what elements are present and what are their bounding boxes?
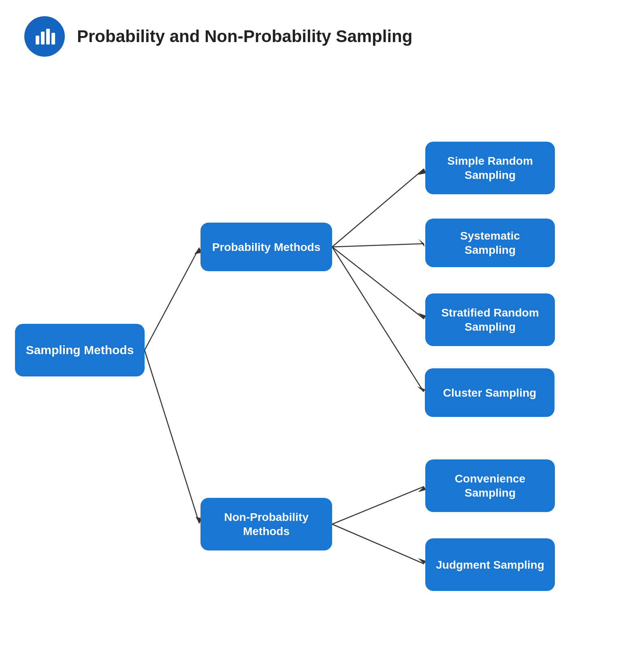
svg-marker-19	[418, 558, 426, 564]
svg-line-14	[332, 247, 424, 392]
svg-marker-11	[418, 239, 424, 247]
non-probability-methods-node: Non-Probability Methods	[200, 498, 332, 550]
logo-icon	[24, 16, 65, 57]
stratified-random-sampling-node: Stratified Random Sampling	[425, 293, 555, 346]
svg-line-8	[332, 169, 424, 247]
svg-marker-13	[418, 313, 426, 319]
page-title: Probability and Non-Probability Sampling	[77, 27, 412, 46]
svg-line-4	[145, 248, 199, 350]
simple-random-sampling-node: Simple Random Sampling	[425, 142, 555, 194]
svg-marker-15	[417, 387, 425, 392]
svg-line-16	[332, 487, 424, 524]
svg-line-6	[145, 350, 199, 523]
header: Probability and Non-Probability Sampling	[0, 0, 644, 65]
svg-marker-9	[418, 169, 426, 175]
judgment-sampling-node: Judgment Sampling	[425, 538, 555, 591]
svg-line-10	[332, 244, 424, 247]
svg-line-18	[332, 524, 424, 564]
probability-methods-node: Probability Methods	[200, 223, 332, 271]
svg-marker-17	[418, 487, 426, 492]
sampling-methods-node: Sampling Methods	[15, 324, 145, 376]
convenience-sampling-node: Convenience Sampling	[425, 459, 555, 512]
svg-rect-2	[46, 29, 50, 45]
svg-rect-1	[41, 32, 45, 45]
diagram-area: Sampling Methods Probability Methods Non…	[0, 73, 644, 646]
systematic-sampling-node: Systematic Sampling	[425, 219, 555, 267]
svg-rect-3	[51, 33, 55, 45]
cluster-sampling-node: Cluster Sampling	[425, 368, 554, 417]
svg-line-12	[332, 247, 424, 319]
svg-rect-0	[36, 36, 39, 45]
